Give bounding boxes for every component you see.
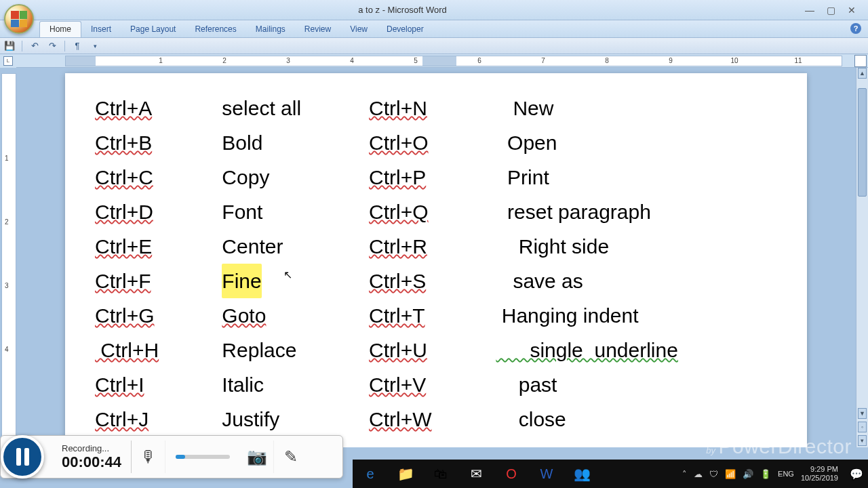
shortcut-key: Ctrl+D: [95, 195, 199, 229]
document-area: 1 2 3 4 Ctrl+A select allCtrl+B BoldCtrl…: [0, 68, 868, 447]
close-button[interactable]: ✕: [848, 5, 856, 16]
shortcut-key: Ctrl+I: [95, 367, 199, 402]
qat-customize-icon[interactable]: ▾: [90, 41, 100, 52]
save-icon[interactable]: 💾: [4, 41, 15, 52]
ribbon-tabs: Home Insert Page Layout References Maili…: [0, 20, 868, 38]
shortcut-row: Ctrl+V past: [369, 367, 678, 402]
shortcut-row: Ctrl+F Fine: [95, 264, 301, 298]
tray-clock[interactable]: 9:29 PM 10/25/2019: [801, 465, 838, 482]
shortcut-key: Ctrl+A: [95, 91, 199, 125]
taskbar-store-icon[interactable]: 🛍: [423, 460, 458, 488]
shortcut-key: Ctrl+E: [95, 229, 199, 264]
shortcut-action: save as: [496, 264, 583, 298]
shortcut-row: Ctrl+P Print: [369, 160, 678, 195]
ruler-toggle[interactable]: [854, 55, 867, 67]
tray-onedrive-icon[interactable]: ☁: [694, 469, 703, 479]
tab-review[interactable]: Review: [295, 22, 340, 37]
shortcut-key: Ctrl+J: [95, 402, 199, 436]
shortcut-row: Ctrl+G Goto: [95, 298, 301, 333]
redo-icon[interactable]: ↷: [47, 41, 58, 52]
screen-recorder-overlay: Recording... 00:00:44 🎙 📷 ✎: [0, 435, 343, 479]
annotate-icon[interactable]: ✎: [274, 441, 308, 473]
taskbar-people-icon[interactable]: 👥: [564, 460, 599, 488]
tab-references[interactable]: References: [185, 22, 245, 37]
taskbar-edge-icon[interactable]: e: [353, 460, 388, 488]
action-center-icon[interactable]: 💬: [845, 460, 868, 488]
shortcut-action: Fine: [222, 264, 261, 298]
tray-network-icon[interactable]: 📶: [725, 469, 736, 479]
pilcrow-icon[interactable]: ¶: [72, 41, 83, 52]
shortcut-key: Ctrl+U: [369, 333, 473, 367]
shortcut-action: Font: [222, 195, 262, 229]
shortcut-key: Ctrl+V: [369, 367, 473, 402]
taskbar-word-icon[interactable]: W: [529, 460, 564, 488]
tab-developer[interactable]: Developer: [377, 22, 433, 37]
shortcut-key: Ctrl+R: [369, 229, 473, 264]
shortcut-key: Ctrl+F: [95, 264, 199, 298]
tray-chevron-icon[interactable]: ˄: [682, 469, 687, 479]
shortcut-action: Replace: [222, 333, 296, 367]
shortcut-row: Ctrl+S save as: [369, 264, 678, 298]
help-icon[interactable]: ?: [850, 23, 861, 34]
shortcut-key: Ctrl+T: [369, 298, 473, 333]
office-button[interactable]: [4, 4, 34, 34]
shortcut-key: Ctrl+O: [369, 125, 473, 160]
shortcut-key: Ctrl+B: [95, 125, 199, 160]
ruler-row: L 1 2 3 4 5 6 7 8 9 10 11: [0, 54, 868, 68]
shortcut-action: reset paragraph: [496, 195, 650, 229]
shortcut-action: Center: [222, 229, 283, 264]
horizontal-ruler[interactable]: 1 2 3 4 5 6 7 8 9 10 11: [65, 56, 842, 66]
shortcut-key: Ctrl+G: [95, 298, 199, 333]
shortcut-row: Ctrl+I Italic: [95, 367, 301, 402]
shortcut-action: Open: [496, 125, 557, 160]
tab-selector[interactable]: L: [3, 56, 13, 66]
document-page[interactable]: Ctrl+A select allCtrl+B BoldCtrl+C CopyC…: [65, 73, 807, 447]
pause-recording-button[interactable]: [1, 435, 44, 479]
shortcut-action: Goto: [222, 298, 266, 333]
vertical-ruler[interactable]: 1 2 3 4: [1, 73, 16, 447]
shortcut-action: past: [496, 367, 557, 402]
webcam-icon[interactable]: 📷: [240, 441, 274, 473]
tab-mailings[interactable]: Mailings: [246, 22, 295, 37]
powerdirector-watermark: by PowerDirector: [706, 435, 852, 458]
volume-meter: [165, 455, 240, 459]
recording-status: Recording...: [62, 443, 121, 453]
shortcut-key: Ctrl+C: [95, 160, 199, 195]
shortcut-row: Ctrl+C Copy: [95, 160, 301, 195]
recording-timer: 00:00:44: [62, 453, 121, 471]
shortcut-action: Copy: [222, 160, 269, 195]
shortcut-key: Ctrl+H: [95, 333, 199, 367]
undo-icon[interactable]: ↶: [29, 41, 40, 52]
shortcut-action: Justify: [222, 402, 279, 436]
tab-page-layout[interactable]: Page Layout: [121, 22, 185, 37]
shortcut-key: Ctrl+S: [369, 264, 473, 298]
shortcut-row: Ctrl+T Hanging indent: [369, 298, 678, 333]
shortcut-action: Bold: [222, 125, 262, 160]
shortcut-key: Ctrl+Q: [369, 195, 473, 229]
window-title: a to z - Microsoft Word: [0, 5, 805, 15]
taskbar-mail-icon[interactable]: ✉: [458, 460, 494, 488]
shortcut-row: Ctrl+W close: [369, 402, 678, 436]
windows-taskbar: e 📁 🛍 ✉ O W 👥 ˄ ☁ 🛡 📶 🔊 🔋 ENG 9:29 PM 10…: [353, 460, 868, 488]
tab-view[interactable]: View: [340, 22, 377, 37]
tray-security-icon[interactable]: 🛡: [709, 469, 718, 479]
maximize-button[interactable]: ▢: [827, 5, 835, 16]
tray-volume-icon[interactable]: 🔊: [743, 469, 753, 479]
shortcut-row: Ctrl+H Replace: [95, 333, 301, 367]
shortcut-key: Ctrl+N: [369, 91, 473, 125]
tab-home[interactable]: Home: [39, 21, 81, 37]
microphone-icon[interactable]: 🎙: [132, 441, 165, 473]
tab-insert[interactable]: Insert: [81, 22, 121, 37]
scrollbar-thumb[interactable]: [858, 88, 867, 197]
shortcut-action: close: [496, 402, 566, 436]
shortcut-action: single underline: [496, 333, 678, 367]
minimize-button[interactable]: —: [805, 5, 814, 16]
mouse-cursor-icon: ↖: [283, 268, 292, 281]
shortcut-action: Right side: [496, 229, 609, 264]
taskbar-opera-icon[interactable]: O: [494, 460, 529, 488]
vertical-scrollbar[interactable]: ▲ ▼ ◦ ▾: [856, 68, 868, 447]
taskbar-explorer-icon[interactable]: 📁: [388, 460, 423, 488]
tray-language[interactable]: ENG: [778, 470, 794, 478]
shortcut-row: Ctrl+A select all: [95, 91, 301, 125]
tray-battery-icon[interactable]: 🔋: [760, 469, 771, 479]
